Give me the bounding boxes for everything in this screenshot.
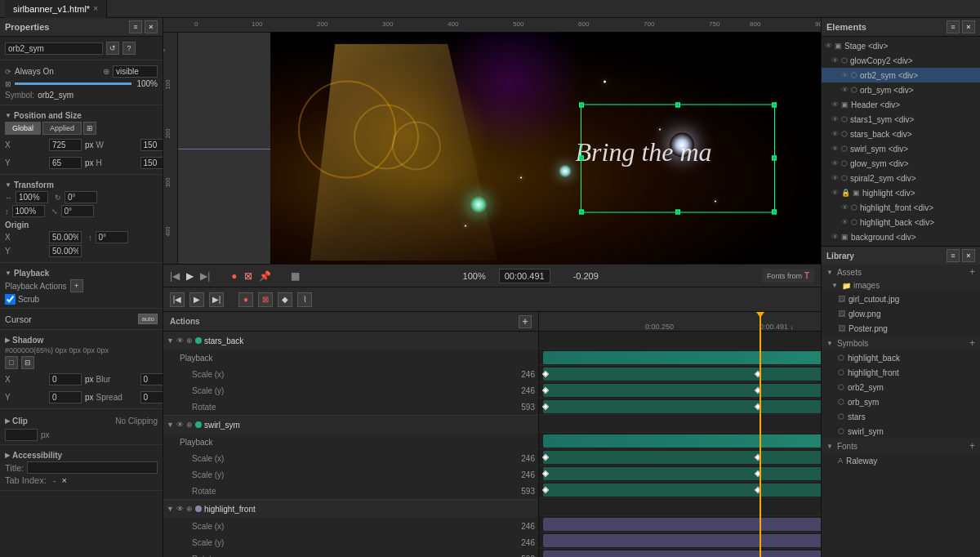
link3-icon[interactable]: ⊕: [186, 421, 193, 429]
scrub-checkbox[interactable]: [5, 294, 16, 305]
tl-record[interactable]: ●: [238, 292, 253, 307]
scale-y-input[interactable]: [12, 205, 45, 217]
image-poster[interactable]: 🖼 Poster.png: [822, 321, 980, 336]
eye-hb[interactable]: 👁: [841, 218, 849, 226]
global-tab[interactable]: Global: [5, 122, 41, 135]
tree-item-hf[interactable]: 👁 ⬡ highlight_front <div>: [822, 200, 980, 215]
skew-input[interactable]: [61, 205, 94, 217]
eye-bg[interactable]: 👁: [831, 233, 839, 241]
h-input[interactable]: [140, 157, 163, 169]
elements-menu-btn[interactable]: ≡: [947, 20, 960, 33]
clip-input[interactable]: [5, 429, 38, 441]
y-input[interactable]: [49, 157, 82, 169]
tl-nav-end[interactable]: ▶|: [209, 292, 224, 307]
tab-close[interactable]: ×: [93, 4, 98, 13]
eye-hf[interactable]: 👁: [841, 203, 849, 212]
timeline-content[interactable]: 0:00.250 0:00.491 ↓ 0:00.750: [539, 312, 821, 557]
handle-tr[interactable]: [772, 103, 777, 108]
rotate1-input[interactable]: [65, 191, 97, 203]
tree-item-glow-sym[interactable]: 👁 ⬡ glow_sym <div>: [822, 156, 980, 171]
shadow-remove-btn[interactable]: ⊟: [21, 356, 34, 369]
track-hf-main[interactable]: ▼ 👁 ⊕ highlight_front: [163, 500, 538, 518]
handle-bl[interactable]: [579, 209, 584, 214]
playhead[interactable]: [760, 312, 761, 557]
x-input[interactable]: [49, 139, 82, 151]
handle-br[interactable]: [772, 209, 777, 214]
origin-angle-input[interactable]: [96, 231, 128, 243]
eye-orb2[interactable]: 👁: [841, 71, 849, 79]
handle-bc[interactable]: [675, 209, 680, 214]
info-icon[interactable]: ?: [122, 42, 136, 55]
canvas-area[interactable]: 0 100 200 300 400 500 600 700 750 800 90…: [163, 18, 821, 287]
tree-item-hb[interactable]: 👁 ⬡ highlight_back <div>: [822, 215, 980, 229]
expand-icon[interactable]: ▼: [167, 336, 174, 345]
scale-x-input[interactable]: [16, 191, 48, 203]
w-input[interactable]: [140, 139, 163, 151]
handle-tl[interactable]: [579, 103, 584, 108]
tree-item-orb[interactable]: 👁 ⬡ orb_sym <div>: [822, 82, 980, 97]
selection-box[interactable]: [581, 105, 775, 213]
tree-item-header[interactable]: 👁 ▣ Header <div>: [822, 97, 980, 112]
reset-icon[interactable]: ↺: [106, 42, 119, 55]
font-raleway[interactable]: A Raleway: [822, 453, 980, 468]
nav-first-btn[interactable]: |◀: [170, 270, 180, 282]
eye-stars1[interactable]: 👁: [831, 115, 839, 123]
eye-swirl[interactable]: 👁: [831, 145, 839, 153]
lib-menu-btn[interactable]: ≡: [947, 249, 960, 262]
eye-glow[interactable]: 👁: [831, 56, 839, 65]
fonts-from-btn[interactable]: Fonts from T: [762, 269, 814, 283]
eye-stage[interactable]: 👁: [825, 42, 832, 50]
tree-item-glow[interactable]: 👁 ⬡ glowCopy2 <div>: [822, 53, 980, 68]
symbols-header[interactable]: ▼ Symbols +: [822, 336, 980, 350]
blur-input[interactable]: [140, 373, 163, 385]
eye-icon[interactable]: 👁: [176, 336, 184, 345]
sym-hfront[interactable]: ⬡ highlight_front: [822, 365, 980, 380]
eye-header[interactable]: 👁: [831, 100, 839, 109]
assets-plus[interactable]: +: [969, 266, 975, 278]
track-stars-back-main[interactable]: ▼ 👁 ⊕ stars_back: [163, 332, 538, 350]
images-header[interactable]: ▼ 📁 images: [822, 279, 980, 292]
tree-item-spiral[interactable]: 👁 ⬡ spiral2_sym <div>: [822, 171, 980, 185]
eye-icon-2[interactable]: 👁: [176, 421, 184, 429]
fonts-header[interactable]: ▼ Fonts +: [822, 439, 980, 453]
handle-mr[interactable]: [772, 156, 777, 161]
active-tab[interactable]: sirlbanner_v1.html* ×: [5, 0, 107, 18]
lock-highlight[interactable]: 🔒: [841, 189, 850, 197]
tl-easing[interactable]: ⌇: [297, 292, 312, 307]
play-btn[interactable]: ▶: [186, 270, 194, 282]
symbols-plus[interactable]: +: [969, 337, 975, 349]
spread-input[interactable]: [140, 391, 163, 403]
handle-ml[interactable]: [579, 156, 584, 161]
link2-icon[interactable]: ⊕: [186, 336, 193, 345]
image-girl[interactable]: 🖼 girl_cutout.jpg: [822, 292, 980, 306]
eye-icon-3[interactable]: 👁: [176, 505, 184, 513]
tree-item-stars1[interactable]: 👁 ⬡ stars1_sym <div>: [822, 112, 980, 127]
eye-starsback[interactable]: 👁: [831, 130, 839, 138]
pin-btn[interactable]: 📌: [259, 270, 271, 282]
link4-icon[interactable]: ⊕: [186, 505, 193, 513]
tl-play[interactable]: ▶: [189, 292, 204, 307]
tree-item-stage[interactable]: 👁 ▣ Stage <div>: [822, 38, 980, 53]
image-glow[interactable]: 🖼 glow.png: [822, 306, 980, 321]
shadow-x-input[interactable]: [49, 373, 82, 385]
tree-item-orb2[interactable]: 👁 ⬡ orb2_sym <div>: [822, 68, 980, 82]
tree-item-background[interactable]: 👁 ▣ background <div>: [822, 229, 980, 244]
applied-tab[interactable]: Applied: [42, 122, 82, 135]
sym-orb[interactable]: ⬡ orb_sym: [822, 394, 980, 409]
track-swirl-main[interactable]: ▼ 👁 ⊕ swirl_sym: [163, 416, 538, 434]
expand-icon-2[interactable]: ▼: [167, 421, 174, 429]
lib-close-btn[interactable]: ×: [962, 249, 975, 262]
shadow-add-btn[interactable]: □: [5, 356, 18, 369]
eye-spiral[interactable]: 👁: [831, 174, 839, 182]
tree-item-starsback[interactable]: 👁 ⬡ stars_back <div>: [822, 127, 980, 141]
canvas-viewport[interactable]: Bring the ma: [270, 32, 822, 273]
tl-nav-start[interactable]: |◀: [170, 292, 185, 307]
fonts-plus[interactable]: +: [969, 440, 975, 452]
title-input[interactable]: [27, 461, 158, 474]
origin-y-input[interactable]: [49, 245, 82, 257]
film-strip-btn[interactable]: ▦: [291, 270, 300, 282]
properties-close-btn[interactable]: ×: [145, 20, 158, 33]
add-action-btn[interactable]: +: [519, 315, 532, 328]
eye-orb[interactable]: 👁: [841, 86, 849, 94]
eye-highlight[interactable]: 👁: [831, 189, 839, 197]
